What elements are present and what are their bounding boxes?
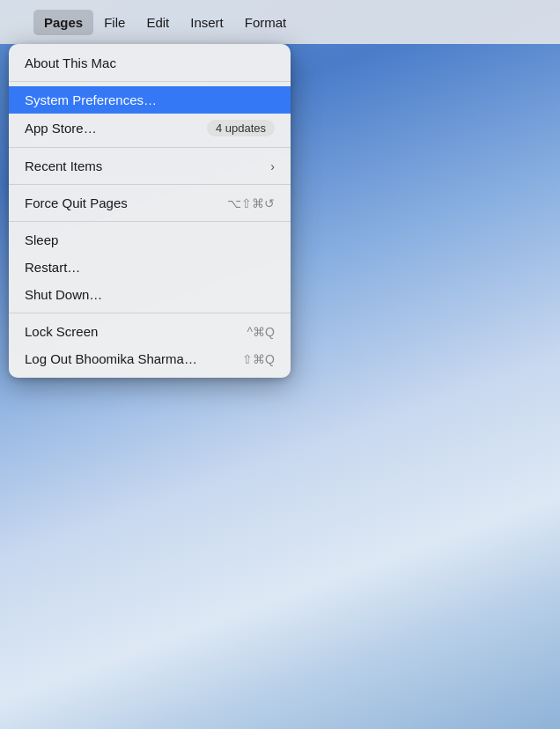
apple-dropdown-menu: About This Mac System Preferences… App S…: [9, 44, 291, 378]
menu-divider-3: [9, 184, 291, 185]
apple-menu-icon[interactable]: [9, 18, 33, 26]
menubar-item-pages[interactable]: Pages: [33, 10, 93, 35]
menubar-item-edit[interactable]: Edit: [136, 10, 180, 35]
menu-divider-2: [9, 147, 291, 148]
menu-item-recent-items[interactable]: Recent Items ›: [9, 152, 291, 180]
menu-item-sleep[interactable]: Sleep: [9, 226, 291, 254]
app-store-badge: 4 updates: [207, 120, 275, 136]
menu-item-system-prefs[interactable]: System Preferences…: [9, 86, 291, 114]
menu-item-restart[interactable]: Restart…: [9, 254, 291, 281]
menubar-item-insert[interactable]: Insert: [180, 10, 234, 35]
menu-item-about[interactable]: About This Mac: [9, 49, 291, 77]
force-quit-shortcut: ⌥⇧⌘↺: [227, 196, 275, 210]
menu-item-force-quit[interactable]: Force Quit Pages ⌥⇧⌘↺: [9, 189, 291, 217]
recent-items-chevron-icon: ›: [270, 159, 275, 173]
menu-divider-4: [9, 221, 291, 222]
log-out-shortcut: ⇧⌘Q: [242, 352, 275, 366]
menu-item-app-store[interactable]: App Store… 4 updates: [9, 114, 291, 143]
menu-item-shut-down[interactable]: Shut Down…: [9, 281, 291, 308]
menubar-item-format[interactable]: Format: [234, 10, 298, 35]
menubar-item-file[interactable]: File: [93, 10, 136, 35]
menu-item-lock-screen[interactable]: Lock Screen ^⌘Q: [9, 318, 291, 345]
menu-divider-1: [9, 81, 291, 82]
menu-divider-5: [9, 313, 291, 313]
lock-screen-shortcut: ^⌘Q: [247, 325, 275, 339]
menubar: Pages File Edit Insert Format: [0, 0, 560, 44]
menu-item-log-out[interactable]: Log Out Bhoomika Sharma… ⇧⌘Q: [9, 345, 291, 372]
